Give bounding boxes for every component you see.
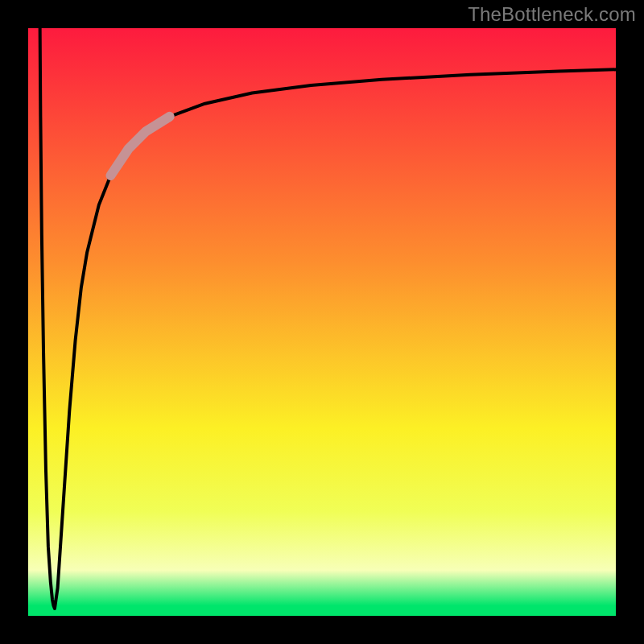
chart-svg — [0, 0, 644, 644]
plot-background — [28, 28, 617, 617]
source-watermark: TheBottleneck.com — [468, 3, 636, 26]
bottleneck-chart: TheBottleneck.com — [0, 0, 644, 644]
